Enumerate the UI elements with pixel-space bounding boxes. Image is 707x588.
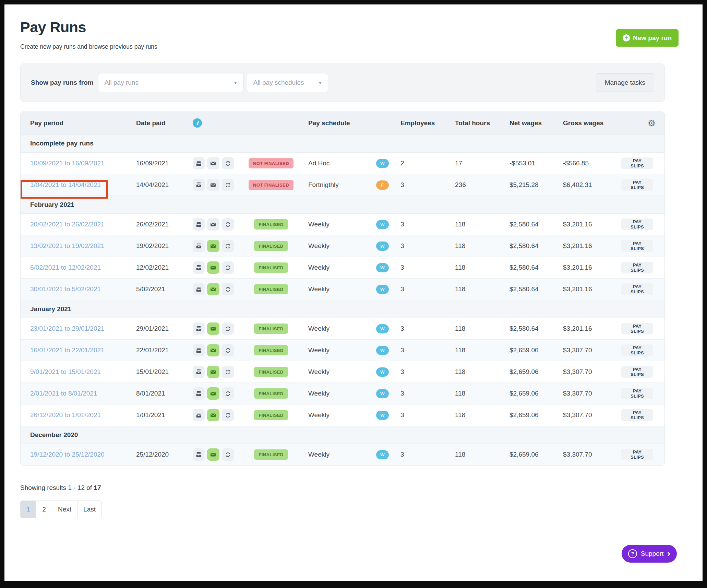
gross-wages-cell: $3,307.70 (563, 368, 621, 376)
table-row: 19/12/2020 to 25/12/2020 25/12/2020 (21, 444, 664, 465)
journal-icon[interactable] (193, 322, 205, 335)
pay-period-link[interactable]: 2/01/2021 to 8/01/2021 (30, 390, 97, 397)
date-paid-cell: 22/01/2021 (136, 346, 193, 354)
section-label: January 2021 (21, 305, 71, 313)
email-icon[interactable] (207, 448, 219, 461)
recurring-icon[interactable] (222, 283, 234, 295)
chevron-down-icon: ▾ (229, 80, 237, 86)
recurring-icon[interactable] (222, 322, 234, 335)
journal-icon[interactable] (193, 218, 205, 231)
employees-cell: 3 (400, 368, 455, 376)
support-button[interactable]: ? Support › (622, 545, 677, 563)
journal-icon[interactable] (193, 157, 205, 169)
pay-slips-button[interactable]: PAY SLIPS (621, 388, 653, 399)
recurring-icon[interactable] (222, 448, 234, 461)
pay-slips-button[interactable]: PAY SLIPS (621, 219, 653, 230)
table-row: 30/01/2021 to 5/02/2021 5/02/2021 (21, 278, 664, 300)
pay-slips-button[interactable]: PAY SLIPS (621, 283, 653, 295)
pay-slips-button[interactable]: PAY SLIPS (621, 344, 653, 356)
pay-period-link[interactable]: 10/09/2021 to 16/09/2021 (30, 160, 105, 167)
pay-period-link[interactable]: 23/01/2021 to 29/01/2021 (30, 325, 105, 332)
recurring-icon[interactable] (222, 387, 234, 400)
gross-wages-cell: $3,307.70 (563, 390, 621, 397)
total-hours-cell: 118 (455, 264, 510, 271)
recurring-icon[interactable] (222, 261, 234, 274)
email-icon[interactable] (207, 387, 219, 400)
email-icon[interactable] (207, 344, 219, 356)
new-pay-run-button[interactable]: + New pay run (616, 29, 679, 47)
pagination-next[interactable]: Next (52, 501, 77, 518)
journal-icon[interactable] (193, 366, 205, 378)
pay-period-link[interactable]: 20/02/2021 to 26/02/2021 (30, 221, 105, 228)
journal-icon[interactable] (193, 387, 205, 400)
email-icon[interactable] (207, 261, 219, 274)
journal-icon[interactable] (193, 261, 205, 274)
pay-slips-button[interactable]: PAY SLIPS (621, 323, 653, 334)
pagination-2[interactable]: 2 (36, 501, 52, 518)
journal-icon[interactable] (193, 448, 205, 461)
pay-slips-button[interactable]: PAY SLIPS (621, 262, 653, 273)
results-summary: Showing results 1 - 12 of 17 (20, 484, 687, 492)
total-hours-cell: 118 (455, 390, 510, 397)
row-action-icons (193, 240, 234, 252)
recurring-icon[interactable] (222, 344, 234, 356)
pay-period-link[interactable]: 13/02/2021 to 19/02/2021 (30, 242, 105, 249)
gear-icon[interactable]: ⚙ (648, 119, 664, 128)
pay-slips-button[interactable]: PAY SLIPS (621, 157, 653, 169)
email-icon[interactable] (207, 366, 219, 378)
pagination-last[interactable]: Last (77, 501, 102, 518)
email-icon[interactable] (207, 240, 219, 252)
row-action-icons (193, 261, 234, 274)
journal-icon[interactable] (193, 409, 205, 421)
pay-slips-button[interactable]: PAY SLIPS (621, 409, 653, 421)
pay-slips-button[interactable]: PAY SLIPS (621, 179, 653, 191)
gross-wages-cell: $3,307.70 (563, 451, 621, 458)
status-badge: FINALISED (254, 219, 288, 230)
table-row: 10/09/2021 to 16/09/2021 16/09/2021 (21, 152, 664, 174)
recurring-icon[interactable] (222, 366, 234, 378)
pay-slips-button[interactable]: PAY SLIPS (621, 449, 653, 460)
date-paid-cell: 29/01/2021 (136, 325, 193, 332)
journal-icon[interactable] (193, 240, 205, 252)
recurring-icon[interactable] (222, 218, 234, 231)
recurring-icon[interactable] (222, 409, 234, 421)
total-hours-cell: 118 (455, 242, 510, 250)
pay-period-cell: 23/01/2021 to 29/01/2021 (21, 325, 136, 332)
email-icon[interactable] (207, 157, 219, 169)
email-icon[interactable] (207, 322, 219, 335)
journal-icon[interactable] (193, 344, 205, 356)
pagination-1[interactable]: 1 (20, 501, 36, 518)
schedule-code-pill: W (376, 450, 389, 459)
total-hours-cell: 118 (455, 325, 510, 332)
net-wages-cell: $2,659.06 (510, 368, 563, 376)
section-label: December 2020 (21, 431, 78, 439)
status-badge: NOT FINALISED (249, 180, 293, 190)
pay-period-link[interactable]: 30/01/2021 to 5/02/2021 (30, 285, 101, 293)
employees-cell: 3 (400, 451, 455, 458)
pay-period-cell: 9/01/2021 to 15/01/2021 (21, 368, 136, 376)
email-icon[interactable] (207, 179, 219, 191)
email-icon[interactable] (207, 409, 219, 421)
pay-period-link[interactable]: 9/01/2021 to 15/01/2021 (30, 368, 101, 375)
pay-period-link[interactable]: 1/04/2021 to 14/04/2021 (30, 181, 101, 188)
journal-icon[interactable] (193, 283, 205, 295)
pay-runs-dropdown[interactable]: All pay runs ▾ (98, 73, 243, 92)
pay-period-link[interactable]: 6/02/2021 to 12/02/2021 (30, 264, 101, 271)
recurring-icon[interactable] (222, 157, 234, 169)
recurring-icon[interactable] (222, 240, 234, 252)
manage-tasks-button[interactable]: Manage tasks (596, 73, 654, 92)
journal-icon[interactable] (193, 179, 205, 191)
email-icon[interactable] (207, 218, 219, 231)
info-icon[interactable]: i (193, 118, 202, 128)
table-row: 2/01/2021 to 8/01/2021 8/01/2021 (21, 383, 664, 404)
pay-schedules-dropdown[interactable]: All pay schedules ▾ (247, 73, 328, 92)
pay-slips-button[interactable]: PAY SLIPS (621, 240, 653, 252)
pay-slips-button[interactable]: PAY SLIPS (621, 366, 653, 378)
pay-period-link[interactable]: 26/12/2020 to 1/01/2021 (30, 411, 101, 419)
schedule-code-pill: W (376, 159, 389, 168)
recurring-icon[interactable] (222, 179, 234, 191)
pay-period-link[interactable]: 16/01/2021 to 22/01/2021 (30, 346, 105, 354)
total-hours-cell: 236 (455, 181, 510, 189)
email-icon[interactable] (207, 283, 219, 295)
pay-period-link[interactable]: 19/12/2020 to 25/12/2020 (30, 451, 105, 458)
